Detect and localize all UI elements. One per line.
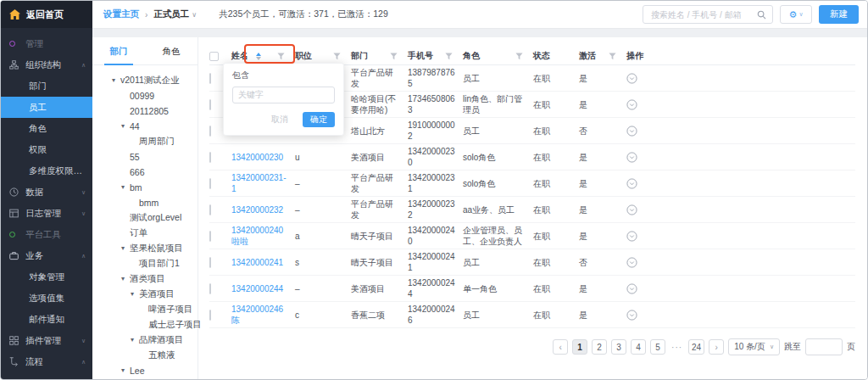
tab-department[interactable]: 部门 (92, 37, 145, 64)
cell-name[interactable]: 13420000232 (231, 204, 295, 215)
tree-node[interactable]: ▾v2011测试企业 (92, 73, 198, 88)
filter-cancel-button[interactable]: 取消 (266, 113, 293, 126)
tree-node[interactable]: 威士忌子项目 (92, 317, 198, 332)
pagination-page-5[interactable]: 5 (650, 339, 665, 355)
row-checkbox[interactable] (209, 126, 211, 137)
pagination-page-24[interactable]: 24 (688, 339, 704, 355)
tree-node[interactable]: 啤酒子项目 (92, 302, 198, 317)
row-actions-button[interactable] (626, 310, 848, 321)
tree-node[interactable]: ▾Lee (92, 363, 198, 378)
filter-icon[interactable] (515, 53, 523, 60)
row-actions-button[interactable] (626, 231, 848, 242)
row-actions-button[interactable] (626, 99, 848, 110)
settings-dropdown-button[interactable]: ⚙ ∨ (780, 5, 812, 24)
filter-condition-label[interactable]: 包含 (232, 70, 335, 81)
sidebar-item-multi-dim-permission[interactable]: 多维度权限管理 (1, 160, 92, 182)
tree-node[interactable]: ▾酒类项目 (92, 271, 198, 287)
sidebar-item-business[interactable]: 业务∧ (1, 245, 92, 266)
sidebar-item-email-notification[interactable]: 邮件通知 (1, 309, 92, 330)
tree-node[interactable]: bmm (92, 195, 198, 210)
row-actions-button[interactable] (626, 283, 848, 294)
row-checkbox[interactable] (209, 283, 211, 294)
search-icon[interactable] (757, 10, 766, 20)
tree-node[interactable]: 周周部门 (92, 134, 198, 149)
row-checkbox[interactable] (209, 310, 211, 321)
sidebar-item-platform-tools[interactable]: 平台工具 (1, 224, 92, 245)
pagination-page-1[interactable]: 1 (572, 339, 587, 355)
row-actions-button[interactable] (626, 178, 848, 189)
filter-icon[interactable] (277, 53, 285, 60)
row-actions-button[interactable] (626, 73, 848, 84)
tree-node[interactable]: ▾品牌酒项目 (92, 332, 198, 348)
sidebar-item-permission[interactable]: 权限 (1, 139, 92, 160)
tree-node[interactable]: 20112805 (92, 103, 198, 119)
cell-select (209, 283, 231, 294)
search-input[interactable] (649, 9, 757, 20)
tree-node[interactable]: ▾bm (92, 180, 198, 195)
sidebar-item-plugin-management[interactable]: 插件管理∨ (1, 330, 92, 351)
filter-icon[interactable] (445, 53, 453, 60)
sidebar-item-employee[interactable]: 员工 (1, 97, 92, 118)
cell-name[interactable]: 13420000246陈 (231, 304, 295, 326)
sidebar-item-role[interactable]: 角色 (1, 118, 92, 139)
sidebar-item-workflow[interactable]: 流程∧ (1, 351, 92, 372)
breadcrumb-link-settings-home[interactable]: 设置主页 (103, 8, 139, 20)
chevron-down-icon[interactable]: ∨ (192, 11, 197, 19)
row-checkbox[interactable] (209, 204, 211, 215)
cell-name[interactable]: 13420000240啦啦 (231, 225, 295, 247)
page-size-select[interactable]: 10 条/页∨ (728, 338, 780, 355)
tree-node[interactable]: 订单 (92, 226, 198, 241)
sort-icon[interactable] (256, 53, 261, 60)
cell-name[interactable]: 13420000244 (231, 283, 295, 294)
breadcrumb-current[interactable]: 正式员工 (153, 8, 189, 20)
tree-node[interactable]: 55 (92, 149, 198, 165)
row-actions-button[interactable] (626, 152, 848, 163)
sidebar-item-org-structure[interactable]: 组织结构∧ (1, 54, 92, 75)
cell-role: 单一角色 (463, 283, 533, 294)
cell-position: – (295, 283, 351, 294)
pagination-page-4[interactable]: 4 (631, 339, 646, 355)
cell-name[interactable]: 13420000241 (231, 257, 295, 268)
filter-icon[interactable] (333, 53, 341, 60)
filter-keyword-input[interactable] (232, 87, 335, 103)
tree-node[interactable]: 项目部门1 (92, 256, 198, 271)
cell-role: lin角色、部门管理员 (463, 93, 533, 115)
row-checkbox[interactable] (209, 257, 211, 268)
tree-node[interactable]: 测试orgLevel (92, 210, 198, 226)
row-actions-button[interactable] (626, 204, 848, 215)
row-actions-button[interactable] (626, 126, 848, 137)
select-all-checkbox[interactable] (209, 52, 219, 61)
sidebar-item-log-management[interactable]: 日志管理∨ (1, 203, 92, 224)
cell-select (209, 178, 231, 189)
sidebar-item-option-value-set[interactable]: 选项值集 (1, 288, 92, 309)
filter-icon[interactable] (390, 53, 398, 60)
row-actions-button[interactable] (626, 257, 848, 268)
sidebar-item-object-management[interactable]: 对象管理 (1, 266, 92, 288)
row-checkbox[interactable] (209, 73, 211, 84)
tree-node[interactable]: ▾美酒项目 (92, 287, 198, 302)
row-checkbox[interactable] (209, 152, 211, 163)
row-checkbox[interactable] (209, 99, 211, 110)
filter-icon[interactable] (609, 53, 616, 60)
row-checkbox[interactable] (209, 178, 211, 189)
row-checkbox[interactable] (209, 231, 211, 242)
sidebar-item-management[interactable]: 管理 (1, 33, 92, 54)
back-home[interactable]: 返回首页 (1, 1, 92, 28)
jump-to-page-input[interactable] (805, 338, 843, 355)
tree-node[interactable]: 00999 (92, 88, 198, 103)
pagination-page-2[interactable]: 2 (592, 339, 607, 355)
tree-node[interactable]: 五粮液 (92, 348, 198, 363)
cell-name[interactable]: 13420000230 (231, 152, 295, 163)
create-button[interactable]: 新建 (819, 5, 859, 24)
pagination-prev-button[interactable]: ‹ (553, 339, 568, 355)
pagination-next-button[interactable]: › (709, 339, 724, 355)
tree-node[interactable]: 666 (92, 165, 198, 180)
tab-role[interactable]: 角色 (145, 37, 198, 64)
sidebar-item-data[interactable]: 数据∨ (1, 182, 92, 203)
sidebar-item-department[interactable]: 部门 (1, 75, 92, 97)
tree-node[interactable]: ▾44 (92, 119, 198, 134)
tree-node[interactable]: ▾坚果松鼠项目 (92, 241, 198, 256)
filter-confirm-button[interactable]: 确定 (303, 112, 335, 127)
pagination-page-3[interactable]: 3 (611, 339, 626, 355)
cell-name[interactable]: 13420000231-1 (231, 172, 295, 194)
